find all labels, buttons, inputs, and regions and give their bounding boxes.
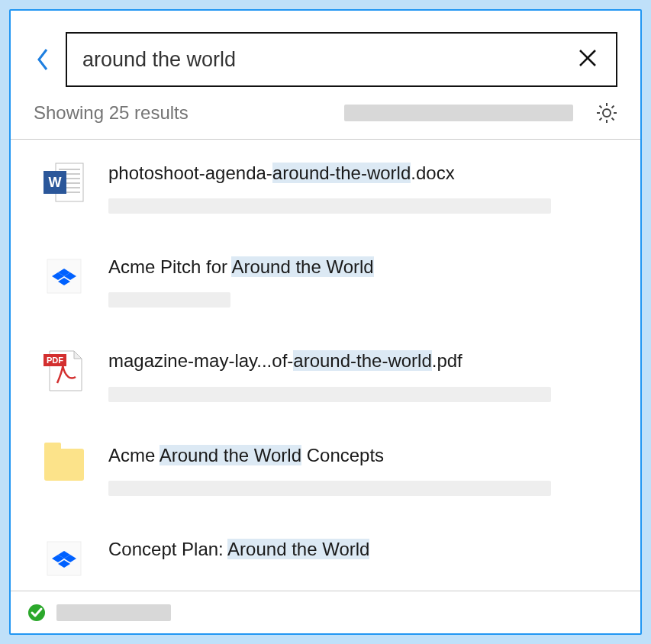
redacted-placeholder <box>108 292 230 308</box>
svg-text:PDF: PDF <box>47 356 63 365</box>
search-panel: Showing 25 results <box>9 9 642 635</box>
result-item[interactable]: PDF magazine-may-lay...of-around-the-wor… <box>34 327 625 421</box>
chevron-left-icon <box>36 47 50 72</box>
clear-search-button[interactable] <box>578 48 601 71</box>
header: Showing 25 results <box>11 11 640 134</box>
result-title: magazine-may-lay...of-around-the-world.p… <box>108 349 625 372</box>
result-item[interactable]: W photoshoot-agenda-around-the-world.doc… <box>34 140 625 233</box>
result-title: photoshoot-agenda-around-the-world.docx <box>108 161 625 185</box>
result-body: Acme Around the World Concepts <box>108 442 625 496</box>
result-item[interactable]: Acme Pitch for Around the World <box>34 233 625 327</box>
back-button[interactable] <box>34 44 52 75</box>
result-item[interactable]: Acme Around the World Concepts <box>34 422 625 516</box>
word-file-icon: W <box>41 159 87 205</box>
dropbox-file-icon <box>41 253 87 299</box>
footer-bar <box>11 591 640 633</box>
result-title: Acme Pitch for Around the World <box>108 255 625 279</box>
results-list[interactable]: W photoshoot-agenda-around-the-world.doc… <box>11 140 640 591</box>
result-body: magazine-may-lay...of-around-the-world.p… <box>108 347 625 401</box>
result-item[interactable]: Concept Plan: Around the World <box>34 516 625 591</box>
redacted-placeholder <box>108 387 551 402</box>
result-body: Concept Plan: Around the World <box>108 536 625 561</box>
svg-line-10 <box>600 118 602 121</box>
svg-line-7 <box>600 106 602 108</box>
result-title: Acme Around the World Concepts <box>108 443 625 467</box>
results-count-label: Showing 25 results <box>34 102 189 124</box>
result-body: Acme Pitch for Around the World <box>108 253 625 308</box>
gear-icon <box>596 102 617 124</box>
dropbox-file-icon <box>41 536 87 581</box>
redacted-placeholder <box>344 105 573 121</box>
settings-button[interactable] <box>596 102 617 124</box>
top-row <box>34 32 617 87</box>
svg-marker-26 <box>74 351 82 359</box>
result-title: Concept Plan: Around the World <box>108 537 625 561</box>
redacted-placeholder <box>108 198 551 214</box>
result-body: photoshoot-agenda-around-the-world.docx <box>108 159 625 214</box>
svg-text:W: W <box>49 175 62 190</box>
svg-point-2 <box>603 109 611 117</box>
redacted-placeholder <box>56 604 171 621</box>
redacted-placeholder <box>108 481 551 496</box>
search-input[interactable] <box>82 48 578 72</box>
status-row: Showing 25 results <box>34 102 617 124</box>
synced-check-icon <box>27 604 46 622</box>
close-icon <box>578 48 598 68</box>
svg-line-8 <box>612 118 614 121</box>
search-field-wrapper[interactable] <box>66 32 617 87</box>
svg-line-9 <box>612 106 614 108</box>
folder-file-icon <box>41 442 87 488</box>
pdf-file-icon: PDF <box>41 347 87 393</box>
